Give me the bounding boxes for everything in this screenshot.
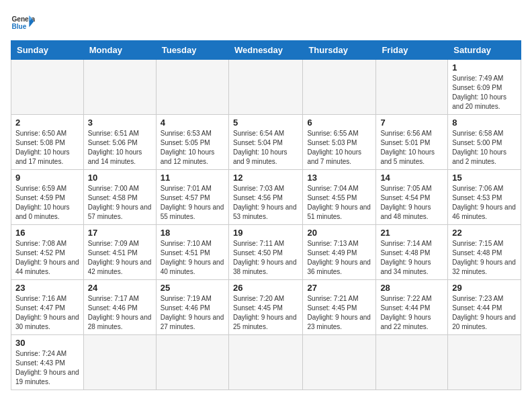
calendar-cell [83,335,156,390]
calendar-cell: 9Sunrise: 6:59 AM Sunset: 4:59 PM Daylig… [11,170,84,225]
calendar-cell: 13Sunrise: 7:04 AM Sunset: 4:55 PM Dayli… [303,170,376,225]
weekday-header-row: SundayMondayTuesdayWednesdayThursdayFrid… [11,41,521,60]
calendar-cell: 2Sunrise: 6:50 AM Sunset: 5:08 PM Daylig… [11,115,84,170]
day-info: Sunrise: 7:23 AM Sunset: 4:44 PM Dayligh… [452,294,517,332]
calendar-cell: 10Sunrise: 7:00 AM Sunset: 4:58 PM Dayli… [83,170,156,225]
day-number: 25 [161,283,224,293]
day-info: Sunrise: 7:17 AM Sunset: 4:46 PM Dayligh… [88,294,152,332]
calendar-cell: 14Sunrise: 7:05 AM Sunset: 4:54 PM Dayli… [376,170,448,225]
day-info: Sunrise: 7:14 AM Sunset: 4:48 PM Dayligh… [380,239,443,277]
calendar-cell: 12Sunrise: 7:03 AM Sunset: 4:56 PM Dayli… [228,170,302,225]
day-number: 28 [380,283,443,293]
weekday-header-saturday: Saturday [448,41,521,60]
calendar-cell [376,335,448,390]
day-info: Sunrise: 7:19 AM Sunset: 4:46 PM Dayligh… [161,294,224,332]
day-info: Sunrise: 6:58 AM Sunset: 5:00 PM Dayligh… [452,129,517,167]
calendar-cell: 11Sunrise: 7:01 AM Sunset: 4:57 PM Dayli… [156,170,228,225]
day-number: 27 [307,283,371,293]
day-info: Sunrise: 7:16 AM Sunset: 4:47 PM Dayligh… [15,294,79,332]
day-number: 21 [380,228,443,238]
calendar-cell: 28Sunrise: 7:22 AM Sunset: 4:44 PM Dayli… [376,280,448,335]
calendar-cell: 23Sunrise: 7:16 AM Sunset: 4:47 PM Dayli… [11,280,84,335]
calendar-table: SundayMondayTuesdayWednesdayThursdayFrid… [11,40,521,390]
calendar-cell: 22Sunrise: 7:15 AM Sunset: 4:48 PM Dayli… [448,225,521,280]
weekday-header-thursday: Thursday [303,41,376,60]
weekday-header-tuesday: Tuesday [156,41,228,60]
day-number: 2 [15,118,79,128]
calendar-cell: 20Sunrise: 7:13 AM Sunset: 4:49 PM Dayli… [303,225,376,280]
day-info: Sunrise: 6:50 AM Sunset: 5:08 PM Dayligh… [15,129,79,167]
day-number: 30 [15,338,79,348]
week-row-5: 30Sunrise: 7:24 AM Sunset: 4:43 PM Dayli… [11,335,521,390]
calendar-cell [303,60,376,115]
day-info: Sunrise: 7:11 AM Sunset: 4:50 PM Dayligh… [233,239,298,277]
calendar-cell: 6Sunrise: 6:55 AM Sunset: 5:03 PM Daylig… [303,115,376,170]
day-number: 13 [307,173,371,183]
calendar-cell: 27Sunrise: 7:21 AM Sunset: 4:45 PM Dayli… [303,280,376,335]
day-info: Sunrise: 7:05 AM Sunset: 4:54 PM Dayligh… [380,184,443,222]
day-number: 4 [161,118,224,128]
weekday-header-wednesday: Wednesday [228,41,302,60]
day-info: Sunrise: 7:49 AM Sunset: 6:09 PM Dayligh… [452,74,517,111]
calendar-cell: 25Sunrise: 7:19 AM Sunset: 4:46 PM Dayli… [156,280,228,335]
day-number: 7 [380,118,443,128]
calendar-cell: 24Sunrise: 7:17 AM Sunset: 4:46 PM Dayli… [83,280,156,335]
logo-icon: General Blue [11,11,35,35]
calendar-cell [228,335,302,390]
day-info: Sunrise: 7:03 AM Sunset: 4:56 PM Dayligh… [233,184,298,222]
calendar-cell: 29Sunrise: 7:23 AM Sunset: 4:44 PM Dayli… [448,280,521,335]
day-info: Sunrise: 6:54 AM Sunset: 5:04 PM Dayligh… [233,129,298,167]
day-number: 3 [88,118,152,128]
calendar-cell: 21Sunrise: 7:14 AM Sunset: 4:48 PM Dayli… [376,225,448,280]
calendar-cell: 8Sunrise: 6:58 AM Sunset: 5:00 PM Daylig… [448,115,521,170]
day-info: Sunrise: 7:15 AM Sunset: 4:48 PM Dayligh… [452,239,517,277]
calendar-cell: 17Sunrise: 7:09 AM Sunset: 4:51 PM Dayli… [83,225,156,280]
day-number: 22 [452,228,517,238]
calendar-cell: 15Sunrise: 7:06 AM Sunset: 4:53 PM Dayli… [448,170,521,225]
day-number: 15 [452,173,517,183]
weekday-header-monday: Monday [83,41,156,60]
day-info: Sunrise: 7:06 AM Sunset: 4:53 PM Dayligh… [452,184,517,222]
day-number: 23 [15,283,79,293]
day-info: Sunrise: 7:00 AM Sunset: 4:58 PM Dayligh… [88,184,152,222]
weekday-header-friday: Friday [376,41,448,60]
day-number: 19 [233,228,298,238]
calendar-cell [156,60,228,115]
day-info: Sunrise: 7:13 AM Sunset: 4:49 PM Dayligh… [307,239,371,277]
logo: General Blue [11,11,31,35]
day-number: 8 [452,118,517,128]
day-number: 14 [380,173,443,183]
week-row-0: 1Sunrise: 7:49 AM Sunset: 6:09 PM Daylig… [11,60,521,115]
calendar-cell [11,60,84,115]
day-number: 6 [307,118,371,128]
day-number: 16 [15,228,79,238]
calendar-cell: 16Sunrise: 7:08 AM Sunset: 4:52 PM Dayli… [11,225,84,280]
calendar-cell: 30Sunrise: 7:24 AM Sunset: 4:43 PM Dayli… [11,335,84,390]
day-info: Sunrise: 6:56 AM Sunset: 5:01 PM Dayligh… [380,129,443,167]
day-info: Sunrise: 7:10 AM Sunset: 4:51 PM Dayligh… [161,239,224,277]
day-number: 1 [452,62,517,73]
calendar-cell [228,60,302,115]
day-info: Sunrise: 7:08 AM Sunset: 4:52 PM Dayligh… [15,239,79,277]
calendar-cell: 1Sunrise: 7:49 AM Sunset: 6:09 PM Daylig… [448,60,521,115]
calendar-cell: 3Sunrise: 6:51 AM Sunset: 5:06 PM Daylig… [83,115,156,170]
weekday-header-sunday: Sunday [11,41,84,60]
day-info: Sunrise: 6:59 AM Sunset: 4:59 PM Dayligh… [15,184,79,222]
day-number: 9 [15,173,79,183]
week-row-2: 9Sunrise: 6:59 AM Sunset: 4:59 PM Daylig… [11,170,521,225]
day-info: Sunrise: 7:04 AM Sunset: 4:55 PM Dayligh… [307,184,371,222]
calendar-cell: 18Sunrise: 7:10 AM Sunset: 4:51 PM Dayli… [156,225,228,280]
calendar-cell [303,335,376,390]
day-info: Sunrise: 7:21 AM Sunset: 4:45 PM Dayligh… [307,294,371,332]
day-number: 12 [233,173,298,183]
header: General Blue [11,11,521,35]
calendar-cell: 4Sunrise: 6:53 AM Sunset: 5:05 PM Daylig… [156,115,228,170]
svg-text:Blue: Blue [11,23,26,30]
day-number: 24 [88,283,152,293]
calendar-cell: 5Sunrise: 6:54 AM Sunset: 5:04 PM Daylig… [228,115,302,170]
day-number: 10 [88,173,152,183]
day-info: Sunrise: 7:09 AM Sunset: 4:51 PM Dayligh… [88,239,152,277]
calendar-cell [83,60,156,115]
calendar-cell [376,60,448,115]
day-number: 17 [88,228,152,238]
